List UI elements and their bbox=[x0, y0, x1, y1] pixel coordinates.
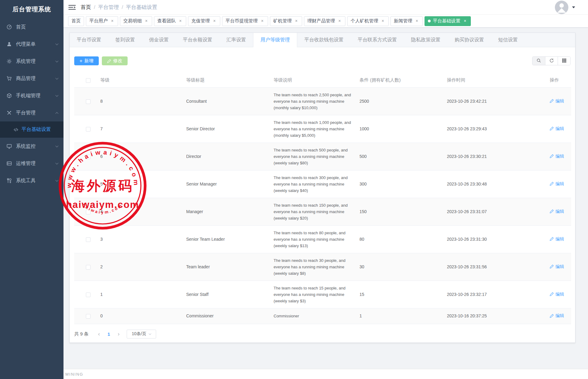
sidebar-item-mobile-management[interactable]: 手机端管理 bbox=[0, 87, 63, 104]
sidebar-item-platform-management[interactable]: 平台管理 bbox=[0, 104, 63, 121]
row-select-cell bbox=[74, 198, 97, 226]
content-tab[interactable]: 隐私政策设置 bbox=[404, 33, 448, 47]
app-logo: 后台管理系统 bbox=[0, 0, 63, 18]
time-cell: 2023-10-26 23:42:21 bbox=[444, 88, 547, 115]
dashboard-icon bbox=[6, 24, 12, 30]
refresh-button[interactable] bbox=[545, 57, 558, 65]
content-tab[interactable]: 短信设置 bbox=[491, 33, 525, 47]
row-checkbox[interactable] bbox=[86, 155, 90, 159]
content-tab[interactable]: 平台余额设置 bbox=[176, 33, 219, 47]
close-icon[interactable]: × bbox=[260, 19, 265, 24]
tag-item[interactable]: 查看团队× bbox=[154, 16, 186, 26]
close-icon[interactable]: × bbox=[463, 19, 467, 24]
caret-down-icon[interactable] bbox=[572, 6, 575, 8]
edit-row-button[interactable]: 编辑 bbox=[550, 208, 564, 215]
breadcrumb-home[interactable]: 首页 bbox=[81, 4, 91, 11]
search-button[interactable] bbox=[532, 57, 545, 65]
title-cell: Senior Director bbox=[183, 115, 271, 143]
edit-row-button[interactable]: 编辑 bbox=[550, 153, 564, 159]
close-icon[interactable]: × bbox=[178, 19, 183, 24]
edit-row-label: 编辑 bbox=[555, 236, 564, 242]
tag-item[interactable]: 交易明细× bbox=[120, 16, 152, 26]
sidebar-item-system-monitor[interactable]: 系统监控 bbox=[0, 138, 63, 155]
chevron-down-icon bbox=[56, 179, 59, 182]
content-tab[interactable]: 平台收款钱包设置 bbox=[297, 33, 351, 47]
wrench-icon bbox=[6, 178, 12, 183]
row-checkbox[interactable] bbox=[86, 182, 90, 187]
page-number-button[interactable]: 1 bbox=[104, 330, 114, 338]
hamburger-icon[interactable] bbox=[68, 4, 76, 10]
close-icon[interactable]: × bbox=[212, 19, 217, 24]
row-checkbox[interactable] bbox=[86, 293, 90, 297]
edit-row-button[interactable]: 编辑 bbox=[550, 236, 564, 242]
sidebar-item-platform-basic-settings[interactable]: 平台基础设置 bbox=[0, 121, 63, 138]
gear-icon bbox=[6, 59, 12, 64]
edit-row-button[interactable]: 编辑 bbox=[550, 312, 564, 319]
tag-item[interactable]: 平台币提现管理× bbox=[222, 16, 268, 26]
edit-row-button[interactable]: 编辑 bbox=[550, 291, 564, 297]
close-icon[interactable]: × bbox=[110, 19, 115, 24]
search-icon bbox=[536, 58, 541, 64]
content-tab-active[interactable]: 用户等级管理 bbox=[253, 33, 297, 47]
monitor-icon bbox=[6, 144, 12, 149]
title-cell: Senior Staff bbox=[183, 281, 271, 308]
tag-item[interactable]: 充值管理× bbox=[188, 16, 220, 26]
close-icon[interactable]: × bbox=[380, 19, 385, 24]
tag-item[interactable]: 新闻管理× bbox=[390, 16, 423, 26]
prev-page-button[interactable]: ‹ bbox=[94, 330, 104, 338]
row-checkbox[interactable] bbox=[86, 237, 90, 242]
row-checkbox[interactable] bbox=[86, 99, 90, 104]
sidebar-item-system-tools[interactable]: 系统工具 bbox=[0, 172, 63, 189]
close-icon[interactable]: × bbox=[414, 19, 419, 24]
sidebar-item-goods-management[interactable]: 商品管理 bbox=[0, 70, 63, 87]
row-checkbox[interactable] bbox=[86, 210, 90, 214]
description-cell: The team needs to reach 1,000 people, an… bbox=[271, 115, 356, 143]
sidebar-item-home[interactable]: 首页 bbox=[0, 18, 63, 36]
row-checkbox[interactable] bbox=[86, 127, 90, 132]
edit-row-button[interactable]: 编辑 bbox=[550, 263, 564, 270]
grid-icon bbox=[562, 58, 567, 64]
time-cell: 2023-10-26 23:30:48 bbox=[444, 170, 547, 198]
select-all-checkbox[interactable] bbox=[86, 78, 90, 83]
tag-item[interactable]: 矿机管理× bbox=[270, 16, 302, 26]
tag-item[interactable]: 理财产品管理× bbox=[304, 16, 345, 26]
tag-item[interactable]: 个人矿机管理× bbox=[347, 16, 389, 26]
close-icon[interactable]: × bbox=[294, 19, 299, 24]
content-tab[interactable]: 汇率设置 bbox=[219, 33, 253, 47]
row-checkbox[interactable] bbox=[86, 265, 90, 270]
pencil-icon bbox=[550, 99, 554, 103]
content-tab[interactable]: 签到设置 bbox=[108, 33, 142, 47]
server-icon bbox=[6, 161, 12, 166]
table-row: 4ManagerThe team needs to reach 150 peop… bbox=[74, 198, 571, 226]
content-tab[interactable]: 佣金设置 bbox=[142, 33, 176, 47]
columns-button[interactable] bbox=[558, 57, 570, 65]
pencil-icon bbox=[550, 264, 554, 269]
content-tab[interactable]: 平台联系方式设置 bbox=[351, 33, 404, 47]
content-tab[interactable]: 平台币设置 bbox=[70, 33, 108, 47]
table-header: 等级等级标题等级说明条件 (拥有矿机人数)操作时间操作 bbox=[74, 73, 571, 88]
title-cell: Consultant bbox=[183, 88, 271, 115]
sidebar-item-system-management[interactable]: 系统管理 bbox=[0, 53, 63, 70]
close-icon[interactable]: × bbox=[337, 19, 342, 24]
content-tab[interactable]: 购买协议设置 bbox=[448, 33, 491, 47]
close-icon[interactable]: × bbox=[144, 19, 149, 24]
edit-row-label: 编辑 bbox=[555, 181, 564, 187]
add-button[interactable]: + 新增 bbox=[74, 56, 99, 65]
active-dot-icon bbox=[428, 20, 431, 22]
description-cell: The team needs to reach 300 people, and … bbox=[271, 170, 356, 198]
row-checkbox[interactable] bbox=[86, 314, 90, 319]
edit-row-button[interactable]: 编辑 bbox=[550, 98, 564, 104]
sidebar-item-ops-management[interactable]: 运维管理 bbox=[0, 155, 63, 172]
sidebar-item-agent-menu[interactable]: 代理菜单 bbox=[0, 36, 63, 53]
tag-item[interactable]: 首页 bbox=[68, 16, 84, 26]
sidebar-item-label: 系统工具 bbox=[16, 178, 56, 184]
next-page-button[interactable]: › bbox=[114, 330, 124, 338]
tag-active-item[interactable]: 平台基础设置× bbox=[425, 16, 471, 26]
page-size-select[interactable]: 10条/页 bbox=[127, 330, 156, 339]
edit-button[interactable]: 修改 bbox=[102, 56, 128, 65]
edit-row-button[interactable]: 编辑 bbox=[550, 125, 564, 132]
avatar[interactable] bbox=[555, 1, 568, 14]
breadcrumb-separator: / bbox=[94, 4, 95, 10]
edit-row-button[interactable]: 编辑 bbox=[550, 181, 564, 187]
tag-item[interactable]: 平台用户× bbox=[86, 16, 118, 26]
